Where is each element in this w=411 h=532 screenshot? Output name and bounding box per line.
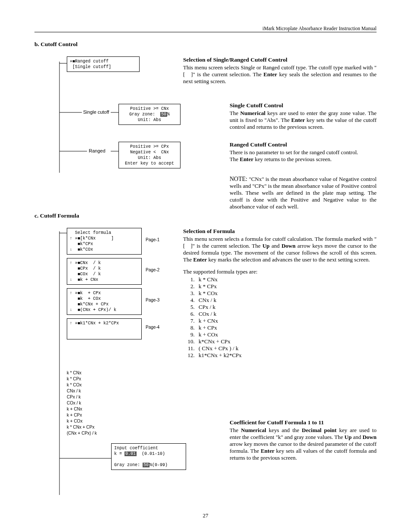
sel-formula-body: This menu screen selects a formula for c…: [183, 236, 377, 263]
formula-10: k*CNx + CPx: [196, 338, 377, 345]
page3-box: ↑ »■k + CPx ■k + COx ■k*CNx + CPx ↓ ■(CN…: [67, 288, 142, 315]
coeff-body: The Numerical keys and the Decimal point…: [230, 427, 377, 461]
ranged-cutoff-head: Ranged Cutoff Control: [230, 141, 377, 148]
sel-single-ranged-head: Selection of Single/Ranged Cutoff Contro…: [183, 56, 377, 63]
page4-box: ↑ »■k1*CNx + k2*CPx: [67, 318, 142, 339]
formula-9: k + COx: [196, 331, 377, 338]
note-block: NOTE: "CNx" is the mean absorbance value…: [230, 176, 377, 210]
page1-box: Select formula ↑ »■[k*CNx ] ■k*CPx ↓ ■k*…: [67, 228, 142, 255]
section-b-text: Selection of Single/Ranged Cutoff Contro…: [183, 56, 377, 210]
formula-5: CPx / k: [196, 304, 377, 311]
formula-1: k * CNx: [196, 276, 377, 283]
sel-formula-head: Selection of Formula: [183, 228, 377, 235]
formula-11: ( CNx + CPx ) / k: [196, 345, 377, 352]
ranged-cutoff-body2: The Enter key returns to the previous sc…: [230, 156, 377, 163]
section-c-title: c. Cutoff Formula: [34, 212, 377, 219]
page-number: 27: [34, 512, 377, 519]
section-c-text: Selection of Formula This menu screen se…: [183, 228, 377, 495]
coeff-head: Coefficient for Cutoff Formula 1 to 11: [230, 419, 377, 426]
ranged-box: Positive >= CPx Negative < CNx Unit: Abs…: [118, 142, 181, 168]
formula-2: k * CPx: [196, 283, 377, 290]
formula-short-list: k * CNx k * CPx k * COx CNx / k CPx / k …: [67, 370, 97, 436]
page2-label: Page-2: [146, 268, 159, 272]
formula-6: COx / k: [196, 311, 377, 317]
section-c-diagram: Select formula ↑ »■[k*CNx ] ■k*CPx ↓ ■k*…: [34, 228, 183, 495]
sel-single-ranged-body: This menu screen selects Single or Range…: [183, 64, 377, 85]
single-cutoff-box: Positive >= CNx Gray zone: 50% Unit: Abs: [118, 104, 181, 125]
formula-4: CNx / k: [196, 297, 377, 304]
page2-box: ↑ »■CNx / k ■CPx / k ■COx / k ↓ ■k + CNx: [67, 258, 142, 285]
formula-list-intro: The supported formula types are:: [183, 268, 377, 275]
formula-12: k1*CNx + k2*CPx: [196, 352, 377, 359]
single-cutoff-body: The Numerical keys are used to enter the…: [230, 110, 377, 131]
page1-label: Page-1: [146, 237, 159, 242]
single-cutoff-head: Single Cutoff Control: [230, 102, 377, 109]
coeff-box: Input coefficient k = 0.01 (0.01-10) Gra…: [111, 443, 186, 470]
page4-label: Page-4: [146, 325, 159, 330]
formula-7: k + CNx: [196, 317, 377, 324]
section-b-diagram: »■Ranged cutoff [Single cutoff] Single c…: [34, 56, 183, 210]
formula-8: k + CPx: [196, 324, 377, 331]
formula-list: k * CNx k * CPx k * COx CNx / k CPx / k …: [196, 276, 377, 359]
ranged-cutoff-body1: There is no parameter to set for the ran…: [230, 149, 377, 156]
page3-label: Page-3: [146, 298, 159, 302]
formula-3: k * COx: [196, 290, 377, 297]
section-b-title: b. Cutoff Control: [34, 41, 377, 48]
page-header: iMark Microplate Absorbance Reader Instr…: [34, 26, 377, 32]
menu-box-ranged-single: »■Ranged cutoff [Single cutoff]: [67, 56, 140, 72]
single-cutoff-label: Single cutoff: [83, 109, 124, 115]
